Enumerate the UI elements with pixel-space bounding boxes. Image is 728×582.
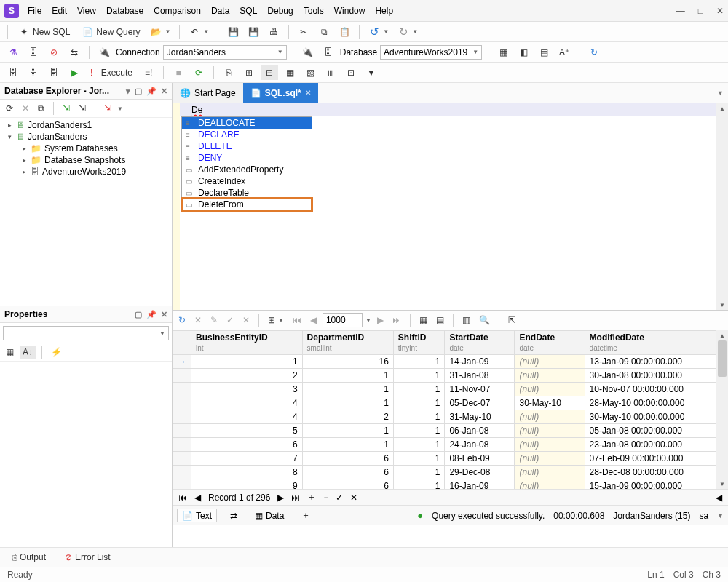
- tool-1[interactable]: ⎘: [220, 65, 237, 80]
- tool-2[interactable]: ⊞: [240, 65, 258, 80]
- props-cat-button[interactable]: ▦: [3, 346, 17, 359]
- tab-close-icon[interactable]: ✕: [305, 89, 311, 97]
- menu-window[interactable]: Window: [330, 4, 370, 17]
- result-tab-data[interactable]: ▦Data: [250, 509, 288, 522]
- result-tab-add[interactable]: ＋: [297, 508, 314, 523]
- menu-tools[interactable]: Tools: [299, 4, 328, 17]
- results-refresh-button[interactable]: ↻: [175, 314, 189, 327]
- refresh-button[interactable]: ↻: [585, 45, 603, 60]
- execute-to-cursor-button[interactable]: ≡!: [140, 65, 157, 80]
- panel-maximize-icon[interactable]: ▢: [135, 87, 142, 96]
- reconnect-button[interactable]: ⟳: [190, 65, 207, 80]
- properties-combo[interactable]: ▼: [3, 326, 169, 340]
- view-grid-button[interactable]: ▦: [416, 314, 430, 327]
- grid-scrollbar[interactable]: ▲▼: [716, 330, 728, 489]
- pager-mode-button[interactable]: ⊞▼: [265, 314, 287, 327]
- db-select-button-2[interactable]: 🗄: [320, 45, 337, 60]
- panel-pin-icon[interactable]: 📌: [146, 87, 157, 96]
- ac-item-deletefrom[interactable]: ▭DeleteFrom: [182, 199, 312, 210]
- table-row[interactable]: 42131-May-10(null)30-May-10 00:00:00.000: [173, 410, 728, 424]
- result-tab-transpose[interactable]: ⇄: [226, 509, 242, 522]
- stop-button[interactable]: ■: [170, 65, 187, 80]
- column-header[interactable]: ShiftIDtinyint: [393, 331, 445, 355]
- tab-sql-file[interactable]: 📄SQL.sql*✕: [243, 83, 318, 103]
- cut-button[interactable]: ✂: [295, 25, 312, 39]
- tree-server-2[interactable]: ▾🖥JordanSanders: [0, 131, 172, 143]
- table-row[interactable]: 41105-Dec-0730-May-1028-May-10 00:00:00.…: [173, 396, 728, 410]
- print-button[interactable]: 🖶: [265, 25, 282, 39]
- nav-add-button[interactable]: ＋: [307, 491, 316, 503]
- column-header[interactable]: StartDatedate: [445, 331, 515, 355]
- save-button[interactable]: 💾: [224, 25, 242, 39]
- table-row[interactable]: 61124-Jan-08(null)23-Jan-08 00:00:00.000: [173, 438, 728, 452]
- ac-item-addextendedproperty[interactable]: ▭AddExtendedProperty: [182, 164, 312, 175]
- nav-first-button[interactable]: ⏮: [178, 493, 187, 503]
- results-commit-button[interactable]: ✎: [207, 314, 221, 327]
- grid-button-1[interactable]: ▦: [494, 45, 512, 60]
- tree-copy-button[interactable]: ⧉: [35, 102, 47, 115]
- props-maximize-icon[interactable]: ▢: [135, 310, 142, 319]
- pager-last-button[interactable]: ⏭: [389, 314, 404, 327]
- pager-input[interactable]: [323, 313, 363, 327]
- output-tab[interactable]: ⎘Output: [7, 551, 50, 564]
- db-refresh-button[interactable]: 🗄: [25, 45, 42, 60]
- table-row[interactable]: 86129-Dec-08(null)28-Dec-08 00:00:00.000: [173, 466, 728, 479]
- table-row[interactable]: 31111-Nov-07(null)10-Nov-07 00:00:00.000: [173, 383, 728, 396]
- results-revert-button[interactable]: ✕: [240, 314, 253, 327]
- menu-comparison[interactable]: Comparison: [149, 4, 205, 17]
- database-combo[interactable]: AdventureWorks2019▼: [380, 45, 482, 60]
- copy-button[interactable]: ⧉: [315, 25, 333, 39]
- toggle-button[interactable]: ⇆: [66, 45, 83, 60]
- menu-sql[interactable]: SQL: [235, 4, 261, 17]
- tool-4[interactable]: ▦: [281, 65, 298, 80]
- ac-item-deny[interactable]: ≡DENY: [182, 152, 312, 164]
- tree-filter-2[interactable]: ⇲: [76, 102, 89, 115]
- props-sort-button[interactable]: A↓: [20, 346, 36, 359]
- db-icon-1[interactable]: 🗄: [4, 65, 22, 80]
- new-sql-button[interactable]: ✦New SQL: [14, 25, 74, 39]
- stop-connection-button[interactable]: ⊘: [45, 45, 63, 60]
- tree-adventureworks[interactable]: ▸🗄AdventureWorks2019: [0, 166, 172, 178]
- status-overflow-icon[interactable]: ▼: [717, 512, 724, 519]
- menu-view[interactable]: View: [73, 4, 100, 17]
- new-query-button[interactable]: 📄New Query: [77, 25, 144, 39]
- grid-button-3[interactable]: ▤: [535, 45, 553, 60]
- hscroll-left-icon[interactable]: ◀: [716, 493, 722, 503]
- history-back-button[interactable]: ↶▼: [186, 25, 212, 39]
- paste-button[interactable]: 📋: [336, 25, 353, 39]
- tree-delete-button[interactable]: ✕: [19, 102, 32, 115]
- grid-button-2[interactable]: ◧: [515, 45, 532, 60]
- menu-database[interactable]: Database: [102, 4, 148, 17]
- nav-remove-button[interactable]: −: [323, 493, 328, 503]
- column-header[interactable]: ModifiedDatedatetime: [585, 331, 727, 355]
- menu-file[interactable]: File: [23, 4, 46, 17]
- tree-server-1[interactable]: ▸🖥JordanSanders1: [0, 119, 172, 131]
- nav-apply-button[interactable]: ✓: [336, 493, 343, 503]
- db-select-button[interactable]: 🔌: [299, 45, 317, 60]
- props-events-button[interactable]: ⚡: [48, 346, 65, 359]
- nav-next-button[interactable]: ▶: [277, 493, 284, 503]
- run-button[interactable]: ▶: [66, 65, 83, 80]
- editor-scrollbar[interactable]: ▲▼: [716, 103, 728, 310]
- pager-first-button[interactable]: ⏮: [290, 314, 304, 327]
- execute-button[interactable]: ! Execute: [86, 66, 137, 79]
- flask-button[interactable]: ⚗: [4, 45, 22, 60]
- tree-filter-1[interactable]: ⇲: [60, 102, 73, 115]
- table-row[interactable]: 51106-Jan-08(null)05-Jan-08 00:00:00.000: [173, 424, 728, 438]
- menu-edit[interactable]: Edit: [47, 4, 71, 17]
- props-pin-icon[interactable]: 📌: [146, 310, 157, 319]
- tool-7[interactable]: ⊡: [342, 65, 360, 80]
- db-icon-2[interactable]: 🗄: [25, 65, 42, 80]
- ac-item-declare[interactable]: ≡DECLARE: [182, 129, 312, 140]
- menu-data[interactable]: Data: [207, 4, 234, 17]
- nav-prev-button[interactable]: ◀: [194, 493, 201, 503]
- tool-3[interactable]: ⊟: [261, 65, 278, 80]
- db-icon-3[interactable]: 🗄: [45, 65, 63, 80]
- table-row[interactable]: 76108-Feb-09(null)07-Feb-09 00:00:00.000: [173, 452, 728, 466]
- menu-help[interactable]: Help: [371, 4, 397, 17]
- results-apply-button[interactable]: ✓: [223, 314, 237, 327]
- result-tab-text[interactable]: 📄Text: [177, 509, 217, 522]
- maximize-button[interactable]: □: [698, 6, 703, 16]
- tab-overflow-icon[interactable]: ▼: [713, 89, 728, 97]
- view-export-button[interactable]: ⇱: [505, 314, 518, 327]
